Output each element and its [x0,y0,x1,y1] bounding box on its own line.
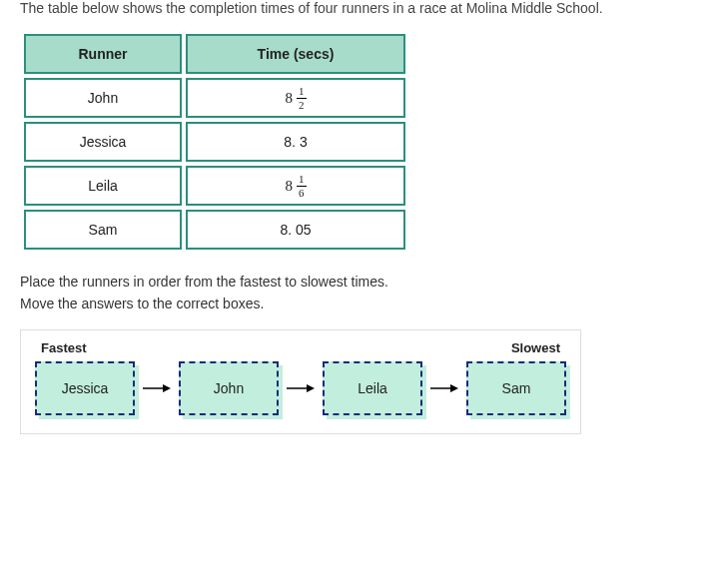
answer-slot[interactable]: John [179,361,279,415]
mixed-number: 8 1 2 [286,86,307,111]
answer-tile[interactable]: Jessica [35,361,135,415]
answer-tile[interactable]: Sam [466,361,566,415]
numerator: 1 [297,174,307,186]
runner-cell: Leila [24,166,182,206]
answer-tile[interactable]: John [179,361,279,415]
intro-text: The table below shows the completion tim… [20,0,703,16]
arrow-icon [430,382,458,394]
whole-part: 8 [286,91,294,106]
label-slowest: Slowest [511,340,560,355]
svg-marker-3 [307,384,315,392]
mixed-number: 8 1 6 [286,174,307,199]
whole-part: 8 [286,179,294,194]
time-cell: 8. 3 [186,122,405,162]
slot-row: Jessica John Leila Sam [35,361,566,415]
runner-cell: Sam [24,210,182,250]
prompt-move: Move the answers to the correct boxes. [20,295,703,311]
answer-slot[interactable]: Sam [466,361,566,415]
answer-slot[interactable]: Leila [323,361,422,415]
svg-marker-1 [163,384,171,392]
numerator: 1 [297,86,307,98]
time-cell: 8. 05 [186,210,405,250]
runner-cell: Jessica [24,122,182,162]
denominator: 6 [297,186,307,199]
time-cell: 8 1 6 [186,166,405,206]
arrow-icon [287,382,315,394]
time-cell: 8 1 2 [186,78,405,118]
answer-area: Fastest Slowest Jessica John Leila Sam [20,329,581,434]
col-header-runner: Runner [24,34,182,74]
fraction: 1 6 [297,174,307,199]
svg-marker-5 [450,384,458,392]
arrow-icon [143,382,171,394]
fraction: 1 2 [297,86,307,111]
runner-cell: John [24,78,182,118]
times-table: Runner Time (secs) John 8 1 2 Jessica 8.… [20,30,409,254]
denominator: 2 [297,98,307,111]
answer-tile[interactable]: Leila [323,361,422,415]
col-header-time: Time (secs) [186,34,405,74]
prompt-order: Place the runners in order from the fast… [20,274,703,290]
label-fastest: Fastest [41,340,87,355]
answer-slot[interactable]: Jessica [35,361,135,415]
